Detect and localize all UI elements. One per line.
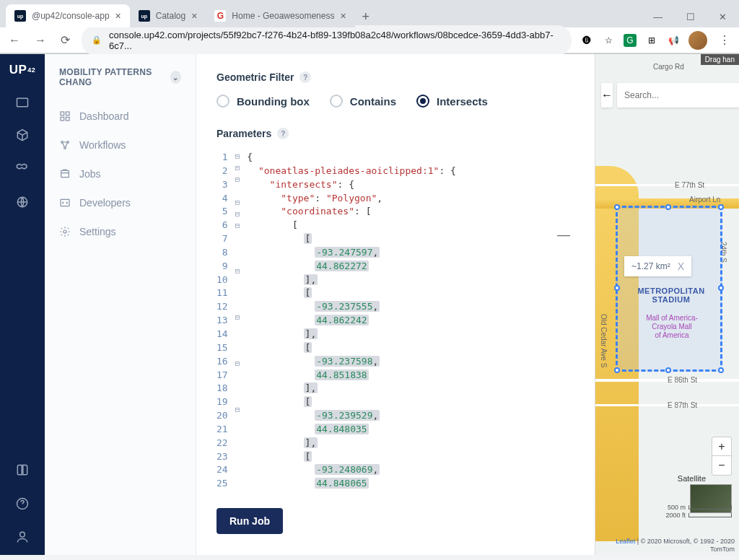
url-text: console.up42.com/projects/55f92bc7-f276-… — [109, 30, 561, 51]
svg-point-3 — [20, 532, 25, 537]
help-icon[interactable]: ? — [299, 71, 311, 83]
app-root: UP42 MOBILITY PATTERNS CHANG ⌄ Dashboard… — [0, 54, 739, 555]
close-icon[interactable]: X — [678, 261, 684, 272]
sidebar-item-workflows[interactable]: Workflows — [45, 131, 196, 159]
map-back-button[interactable]: ← — [601, 83, 613, 108]
tab-favicon: G — [214, 10, 226, 22]
area-value: ~1.27 km² — [631, 261, 670, 271]
tab-close-icon[interactable]: × — [115, 10, 121, 22]
translate-icon[interactable]: 🅖 — [580, 34, 593, 47]
sidebar: MOBILITY PATTERNS CHANG ⌄ Dashboard Work… — [45, 54, 196, 555]
map-search-input[interactable] — [617, 83, 739, 108]
bookmark-star-icon[interactable]: ☆ — [602, 34, 615, 47]
blocks-icon[interactable] — [14, 128, 30, 144]
sidebar-item-label: Dashboard — [79, 110, 129, 122]
tab-bar: up @up42/console-app × up Catalog × G Ho… — [0, 0, 739, 27]
up42-logo[interactable]: UP42 — [9, 63, 36, 77]
browser-tab-3[interactable]: G Home - Geoawesomeness × — [206, 4, 354, 27]
street-label: E 77th St — [675, 181, 704, 189]
tab-close-icon[interactable]: × — [340, 10, 346, 22]
nav-reload-icon[interactable]: ⟳ — [58, 30, 73, 50]
street-label: E 87th St — [668, 401, 697, 409]
tab-title: Catalog — [156, 11, 185, 21]
svg-point-8 — [61, 141, 64, 144]
extension-icons: 🅖 ☆ G ⊞ 📢 ⋮ — [580, 30, 733, 50]
svg-rect-6 — [61, 117, 64, 121]
code-body[interactable]: { "oneatlas-pleiades-aoiclipped:1": { "i… — [247, 151, 574, 491]
sidebar-item-jobs[interactable]: Jobs — [45, 159, 196, 188]
map-panel[interactable]: Cargo Rd E 77th St Airport Ln 24th S Old… — [595, 54, 739, 555]
collapse-icon[interactable]: — — [557, 227, 572, 242]
poi-mall: Mall of America-Crayola Mallof America — [621, 314, 722, 340]
leaflet-link[interactable]: Leaflet — [616, 538, 635, 545]
drag-handle[interactable]: Drag han — [701, 54, 739, 65]
json-code-editor[interactable]: 1234567891011121314151617181920212223242… — [217, 151, 574, 491]
gear-icon — [59, 226, 71, 237]
fold-gutter[interactable]: ⊟⊟⊟ ⊟⊟⊟ ⊟ ⊟ ⊟ ⊟ — [235, 151, 248, 491]
radio-intersects[interactable]: Intersects — [416, 95, 488, 108]
parameters-heading: Parameters ? — [217, 128, 574, 139]
dashboard-icon — [59, 110, 71, 122]
zoom-in-button[interactable]: + — [712, 437, 731, 456]
help-icon[interactable]: ? — [277, 128, 289, 139]
nav-back-icon[interactable]: ← — [6, 31, 23, 50]
project-name: MOBILITY PATTERNS CHANG — [59, 67, 165, 87]
window-close[interactable]: ✕ — [707, 6, 739, 27]
main-content: Geometric Filter ? Bounding box Contains… — [196, 54, 595, 555]
svg-point-13 — [64, 230, 66, 233]
account-icon[interactable] — [14, 529, 30, 545]
sidebar-item-developers[interactable]: Developers — [45, 188, 196, 217]
projects-icon[interactable] — [14, 95, 30, 110]
browser-menu-icon[interactable]: ⋮ — [716, 30, 733, 50]
catalog-icon[interactable] — [14, 194, 30, 210]
profile-avatar[interactable] — [688, 31, 707, 50]
workflows-icon — [59, 139, 71, 151]
radio-bounding-box[interactable]: Bounding box — [217, 95, 310, 108]
svg-point-10 — [64, 147, 66, 149]
project-switcher[interactable]: MOBILITY PATTERNS CHANG ⌄ — [45, 67, 196, 102]
url-input[interactable]: 🔒 console.up42.com/projects/55f92bc7-f27… — [82, 25, 572, 56]
help-icon[interactable] — [14, 496, 30, 512]
svg-rect-12 — [61, 199, 69, 206]
svg-rect-4 — [61, 112, 64, 115]
zoom-out-button[interactable]: − — [712, 456, 731, 475]
window-minimize[interactable]: — — [642, 6, 674, 27]
ext-speaker-icon[interactable]: 📢 — [667, 34, 680, 47]
sidebar-item-dashboard[interactable]: Dashboard — [45, 102, 196, 131]
poi-stadium: METROPOLITAN STADIUM — [624, 286, 718, 304]
sidebar-item-label: Jobs — [79, 168, 101, 180]
street-label: Airport Ln — [689, 196, 720, 204]
jobs-icon — [59, 168, 71, 180]
tab-favicon: up — [14, 10, 26, 22]
sidebar-item-settings[interactable]: Settings — [45, 217, 196, 246]
browser-tab-1[interactable]: up @up42/console-app × — [6, 4, 130, 27]
tab-close-icon[interactable]: × — [191, 10, 197, 22]
browser-tab-2[interactable]: up Catalog × — [130, 4, 206, 27]
svg-rect-11 — [61, 170, 69, 177]
run-job-button[interactable]: Run Job — [217, 508, 283, 534]
line-numbers: 1234567891011121314151617181920212223242… — [217, 151, 235, 491]
scale-bar: 500 m 2000 ft — [665, 504, 732, 520]
developers-icon — [59, 197, 71, 209]
new-tab-button[interactable]: + — [355, 6, 377, 27]
chevron-down-icon: ⌄ — [170, 71, 181, 84]
map-attribution: Leaflet | © 2020 Microsoft, © 1992 - 202… — [600, 538, 735, 554]
satellite-toggle-label: Satellite — [678, 474, 706, 483]
radio-contains[interactable]: Contains — [330, 95, 396, 108]
svg-rect-5 — [66, 112, 69, 115]
zoom-control better: + − — [712, 437, 732, 476]
address-bar: ← → ⟳ 🔒 console.up42.com/projects/55f92b… — [0, 27, 739, 53]
left-rail: UP42 — [0, 54, 45, 555]
ext-grid-icon[interactable]: ⊞ — [645, 34, 658, 47]
geo-filter-radios: Bounding box Contains Intersects — [217, 95, 574, 108]
window-maximize[interactable]: ☐ — [674, 6, 707, 27]
grammarly-icon[interactable]: G — [624, 34, 637, 47]
street-label: E 86th St — [668, 376, 697, 384]
area-badge: ~1.27 km² X — [624, 256, 691, 276]
docs-icon[interactable] — [14, 463, 30, 478]
storage-icon[interactable] — [14, 161, 30, 177]
nav-forward-icon[interactable]: → — [32, 31, 49, 50]
street-label: Old Cedar Ave S — [600, 314, 608, 367]
browser-chrome: up @up42/console-app × up Catalog × G Ho… — [0, 0, 739, 54]
svg-rect-7 — [66, 117, 69, 121]
